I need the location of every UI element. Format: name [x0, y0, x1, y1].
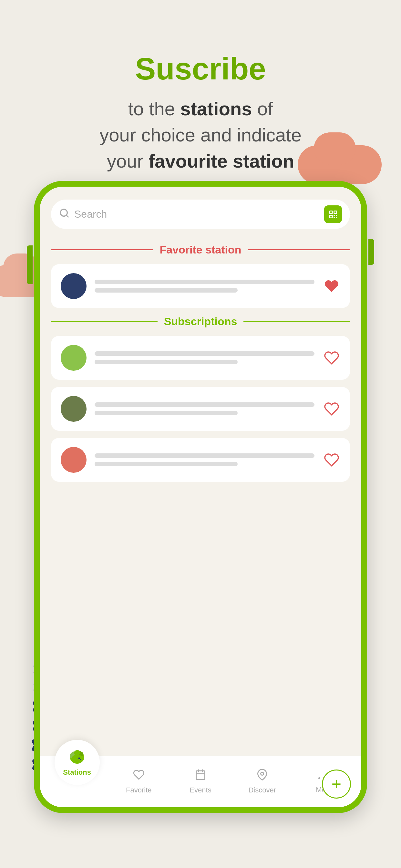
station-card-sub-1[interactable]	[51, 336, 350, 380]
discover-nav-label: Discover	[248, 786, 276, 795]
info-line-4a	[95, 454, 314, 458]
events-nav-label: Events	[189, 786, 211, 795]
favorite-section-title: Favorite station	[159, 244, 241, 256]
info-line-2b	[95, 360, 238, 364]
phone-screen: Search	[40, 187, 361, 807]
subscriptions-line-right	[243, 321, 350, 322]
phone-frame: Search	[34, 181, 367, 813]
main-title: Suscribe	[26, 52, 375, 86]
station-avatar-1	[61, 273, 87, 299]
nav-active-bubble: Stations	[55, 740, 100, 785]
station-card-sub-2[interactable]	[51, 387, 350, 431]
favorite-line-right	[248, 249, 350, 250]
search-icon	[59, 208, 69, 221]
info-line-2a	[95, 351, 314, 356]
discover-nav-icon	[256, 769, 268, 783]
favorite-heart-button[interactable]	[322, 277, 340, 295]
subtitle-part1: to the	[128, 98, 180, 119]
station-card-sub-3[interactable]	[51, 438, 350, 482]
svg-point-35	[80, 759, 81, 760]
search-input[interactable]: Search	[74, 208, 319, 220]
add-icon: +	[332, 774, 341, 794]
station-info-2	[95, 351, 314, 364]
subtitle-part2: of	[252, 98, 273, 119]
favorite-nav-label: Favorite	[126, 786, 151, 795]
qr-button[interactable]	[324, 206, 342, 223]
favorite-line-left	[51, 249, 153, 250]
station-card-favorite[interactable]	[51, 264, 350, 308]
svg-rect-26	[336, 215, 337, 216]
nav-item-favorite[interactable]: Favorite	[108, 769, 169, 795]
sub-heart-button-3[interactable]	[322, 451, 340, 469]
subtitle-bold2: favourite station	[149, 151, 294, 172]
subtitle-part3: your choice and indicate	[99, 124, 302, 145]
add-fab-button[interactable]: +	[322, 770, 351, 799]
station-avatar-4	[61, 447, 87, 473]
svg-rect-25	[334, 215, 335, 216]
station-avatar-3	[61, 396, 87, 422]
station-info-3	[95, 402, 314, 415]
subscriptions-section-title: Subscriptions	[164, 315, 237, 328]
station-avatar-2	[61, 345, 87, 371]
subtitle: to the stations of your choice and indic…	[26, 96, 375, 175]
search-bar[interactable]: Search	[51, 199, 350, 229]
station-info-4	[95, 454, 314, 466]
bottom-navigation: Stations Favorite	[40, 755, 361, 807]
svg-rect-24	[330, 216, 332, 217]
svg-rect-27	[334, 217, 335, 218]
sub-heart-button-1[interactable]	[322, 349, 340, 367]
favorite-nav-icon	[133, 769, 145, 783]
svg-point-41	[318, 777, 320, 779]
nav-item-events[interactable]: Events	[169, 769, 231, 795]
info-line-1a	[95, 280, 314, 284]
svg-rect-22	[335, 211, 336, 213]
heading-area: Suscribe to the stations of your choice …	[0, 52, 401, 174]
svg-point-40	[261, 772, 264, 775]
subtitle-part4: your	[107, 151, 149, 172]
info-line-1b	[95, 288, 238, 292]
events-nav-icon	[195, 769, 206, 783]
svg-rect-36	[196, 771, 205, 779]
svg-point-34	[78, 757, 80, 759]
svg-rect-28	[336, 217, 337, 218]
subscriptions-line-left	[51, 321, 158, 322]
info-line-3b	[95, 411, 238, 415]
svg-point-33	[71, 755, 83, 764]
screen-content: Search	[40, 187, 361, 755]
svg-rect-20	[330, 211, 332, 213]
info-line-4b	[95, 462, 238, 466]
subscriptions-section-header: Subscriptions	[51, 315, 350, 328]
nav-active-label: Stations	[63, 768, 91, 777]
sub-heart-button-2[interactable]	[322, 400, 340, 418]
station-info-1	[95, 280, 314, 292]
subtitle-bold1: stations	[180, 98, 252, 119]
info-line-3a	[95, 402, 314, 407]
favorite-section-header: Favorite station	[51, 244, 350, 256]
nav-item-discover[interactable]: Discover	[232, 769, 293, 795]
